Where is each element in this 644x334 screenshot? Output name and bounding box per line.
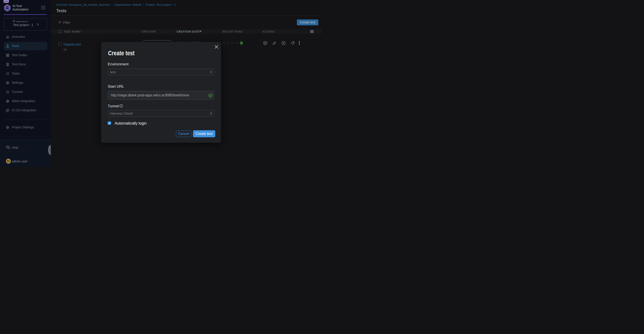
svg-text:?: ? [7,146,8,148]
